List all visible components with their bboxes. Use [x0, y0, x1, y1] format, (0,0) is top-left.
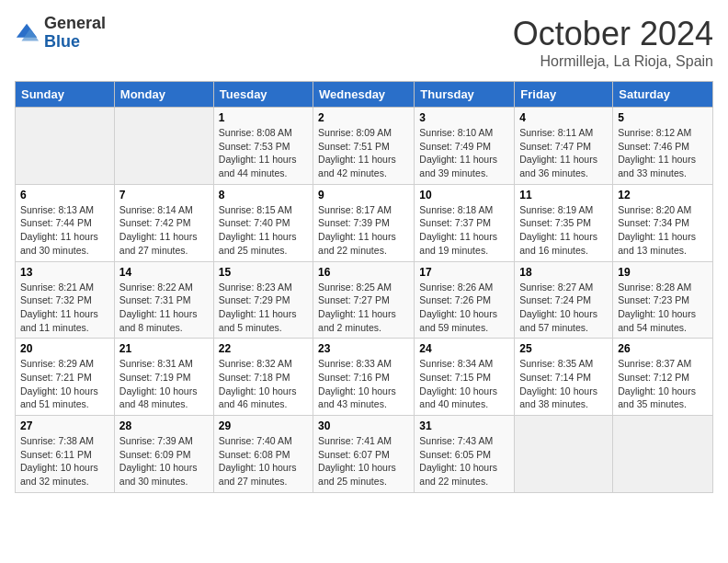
weekday-header: Sunday — [16, 82, 115, 108]
weekday-header: Wednesday — [313, 82, 415, 108]
day-info: Sunrise: 8:27 AM Sunset: 7:24 PM Dayligh… — [519, 281, 608, 335]
day-number: 14 — [119, 266, 209, 279]
day-info: Sunrise: 8:37 AM Sunset: 7:12 PM Dayligh… — [618, 357, 708, 411]
day-number: 15 — [219, 266, 308, 279]
day-info: Sunrise: 8:09 AM Sunset: 7:51 PM Dayligh… — [318, 126, 409, 180]
calendar-cell: 6Sunrise: 8:13 AM Sunset: 7:44 PM Daylig… — [16, 184, 115, 261]
day-number: 11 — [519, 189, 608, 201]
calendar-week-row: 1Sunrise: 8:08 AM Sunset: 7:53 PM Daylig… — [16, 108, 713, 185]
calendar-cell: 15Sunrise: 8:23 AM Sunset: 7:29 PM Dayli… — [213, 261, 313, 339]
calendar-cell: 14Sunrise: 8:22 AM Sunset: 7:31 PM Dayli… — [114, 261, 213, 339]
logo-blue-text: Blue — [44, 33, 106, 52]
day-info: Sunrise: 7:38 AM Sunset: 6:11 PM Dayligh… — [20, 434, 109, 488]
day-info: Sunrise: 8:26 AM Sunset: 7:26 PM Dayligh… — [419, 281, 509, 335]
day-info: Sunrise: 8:13 AM Sunset: 7:44 PM Dayligh… — [20, 203, 109, 258]
day-number: 30 — [318, 419, 409, 432]
weekday-header: Tuesday — [213, 82, 313, 108]
day-info: Sunrise: 8:17 AM Sunset: 7:39 PM Dayligh… — [318, 203, 409, 258]
calendar-cell: 27Sunrise: 7:38 AM Sunset: 6:11 PM Dayli… — [16, 416, 115, 493]
day-info: Sunrise: 8:20 AM Sunset: 7:34 PM Dayligh… — [618, 203, 708, 258]
calendar-cell: 3Sunrise: 8:10 AM Sunset: 7:49 PM Daylig… — [415, 108, 515, 185]
calendar-week-row: 20Sunrise: 8:29 AM Sunset: 7:21 PM Dayli… — [16, 339, 713, 416]
weekday-header: Saturday — [613, 82, 713, 108]
day-number: 8 — [219, 189, 308, 201]
logo-icon — [15, 20, 40, 46]
day-number: 1 — [219, 111, 308, 124]
day-number: 27 — [20, 419, 109, 432]
calendar-cell: 10Sunrise: 8:18 AM Sunset: 7:37 PM Dayli… — [415, 184, 515, 261]
day-number: 3 — [419, 111, 509, 124]
day-number: 29 — [219, 419, 308, 432]
calendar-cell: 24Sunrise: 8:34 AM Sunset: 7:15 PM Dayli… — [415, 339, 515, 416]
day-info: Sunrise: 8:14 AM Sunset: 7:42 PM Dayligh… — [119, 203, 209, 258]
calendar-cell — [515, 416, 613, 493]
calendar-cell: 30Sunrise: 7:41 AM Sunset: 6:07 PM Dayli… — [313, 416, 415, 493]
day-number: 31 — [419, 419, 509, 432]
day-info: Sunrise: 8:22 AM Sunset: 7:31 PM Dayligh… — [119, 281, 209, 335]
calendar-cell: 21Sunrise: 8:31 AM Sunset: 7:19 PM Dayli… — [114, 339, 213, 416]
calendar-cell: 26Sunrise: 8:37 AM Sunset: 7:12 PM Dayli… — [613, 339, 713, 416]
calendar-cell: 29Sunrise: 7:40 AM Sunset: 6:08 PM Dayli… — [213, 416, 313, 493]
calendar-cell: 28Sunrise: 7:39 AM Sunset: 6:09 PM Dayli… — [114, 416, 213, 493]
day-number: 16 — [318, 266, 409, 279]
day-number: 6 — [20, 189, 109, 201]
calendar-cell: 22Sunrise: 8:32 AM Sunset: 7:18 PM Dayli… — [213, 339, 313, 416]
calendar-cell: 8Sunrise: 8:15 AM Sunset: 7:40 PM Daylig… — [213, 184, 313, 261]
calendar-cell: 2Sunrise: 8:09 AM Sunset: 7:51 PM Daylig… — [313, 108, 415, 185]
day-number: 17 — [419, 266, 509, 279]
calendar-cell: 4Sunrise: 8:11 AM Sunset: 7:47 PM Daylig… — [515, 108, 613, 185]
day-info: Sunrise: 8:29 AM Sunset: 7:21 PM Dayligh… — [20, 357, 109, 411]
calendar-cell: 1Sunrise: 8:08 AM Sunset: 7:53 PM Daylig… — [213, 108, 313, 185]
day-number: 22 — [219, 342, 308, 355]
calendar-cell: 11Sunrise: 8:19 AM Sunset: 7:35 PM Dayli… — [515, 184, 613, 261]
calendar-cell: 12Sunrise: 8:20 AM Sunset: 7:34 PM Dayli… — [613, 184, 713, 261]
day-info: Sunrise: 8:32 AM Sunset: 7:18 PM Dayligh… — [219, 357, 308, 411]
day-number: 19 — [618, 266, 708, 279]
calendar-cell: 23Sunrise: 8:33 AM Sunset: 7:16 PM Dayli… — [313, 339, 415, 416]
day-info: Sunrise: 7:40 AM Sunset: 6:08 PM Dayligh… — [219, 434, 308, 488]
day-info: Sunrise: 8:25 AM Sunset: 7:27 PM Dayligh… — [318, 281, 409, 335]
calendar-cell — [16, 108, 115, 185]
calendar-cell: 18Sunrise: 8:27 AM Sunset: 7:24 PM Dayli… — [515, 261, 613, 339]
calendar-cell: 5Sunrise: 8:12 AM Sunset: 7:46 PM Daylig… — [613, 108, 713, 185]
day-number: 4 — [519, 111, 608, 124]
day-number: 26 — [618, 342, 708, 355]
day-number: 28 — [119, 419, 209, 432]
day-number: 5 — [618, 111, 708, 124]
day-number: 24 — [419, 342, 509, 355]
day-info: Sunrise: 8:33 AM Sunset: 7:16 PM Dayligh… — [318, 357, 409, 411]
calendar-week-row: 6Sunrise: 8:13 AM Sunset: 7:44 PM Daylig… — [16, 184, 713, 261]
day-info: Sunrise: 8:15 AM Sunset: 7:40 PM Dayligh… — [219, 203, 308, 258]
day-number: 13 — [20, 266, 109, 279]
calendar-cell: 13Sunrise: 8:21 AM Sunset: 7:32 PM Dayli… — [16, 261, 115, 339]
day-info: Sunrise: 8:35 AM Sunset: 7:14 PM Dayligh… — [519, 357, 608, 411]
page-header: General Blue October 2024 Hormilleja, La… — [15, 15, 713, 70]
day-number: 25 — [519, 342, 608, 355]
weekday-header-row: SundayMondayTuesdayWednesdayThursdayFrid… — [16, 82, 713, 108]
day-info: Sunrise: 8:31 AM Sunset: 7:19 PM Dayligh… — [119, 357, 209, 411]
day-number: 18 — [519, 266, 608, 279]
weekday-header: Friday — [515, 82, 613, 108]
calendar-week-row: 27Sunrise: 7:38 AM Sunset: 6:11 PM Dayli… — [16, 416, 713, 493]
day-info: Sunrise: 8:21 AM Sunset: 7:32 PM Dayligh… — [20, 281, 109, 335]
day-number: 12 — [618, 189, 708, 201]
day-info: Sunrise: 7:43 AM Sunset: 6:05 PM Dayligh… — [419, 434, 509, 488]
calendar-cell: 19Sunrise: 8:28 AM Sunset: 7:23 PM Dayli… — [613, 261, 713, 339]
day-info: Sunrise: 7:41 AM Sunset: 6:07 PM Dayligh… — [318, 434, 409, 488]
calendar-cell: 16Sunrise: 8:25 AM Sunset: 7:27 PM Dayli… — [313, 261, 415, 339]
day-info: Sunrise: 8:10 AM Sunset: 7:49 PM Dayligh… — [419, 126, 509, 180]
calendar-cell: 7Sunrise: 8:14 AM Sunset: 7:42 PM Daylig… — [114, 184, 213, 261]
day-number: 2 — [318, 111, 409, 124]
logo: General Blue — [15, 15, 106, 52]
logo-general-text: General — [44, 15, 106, 33]
calendar-cell: 20Sunrise: 8:29 AM Sunset: 7:21 PM Dayli… — [16, 339, 115, 416]
day-info: Sunrise: 8:34 AM Sunset: 7:15 PM Dayligh… — [419, 357, 509, 411]
day-info: Sunrise: 8:08 AM Sunset: 7:53 PM Dayligh… — [219, 126, 308, 180]
day-info: Sunrise: 8:18 AM Sunset: 7:37 PM Dayligh… — [419, 203, 509, 258]
calendar-cell — [613, 416, 713, 493]
day-number: 23 — [318, 342, 409, 355]
day-info: Sunrise: 8:28 AM Sunset: 7:23 PM Dayligh… — [618, 281, 708, 335]
calendar-table: SundayMondayTuesdayWednesdayThursdayFrid… — [15, 81, 713, 493]
weekday-header: Monday — [114, 82, 213, 108]
day-number: 9 — [318, 189, 409, 201]
